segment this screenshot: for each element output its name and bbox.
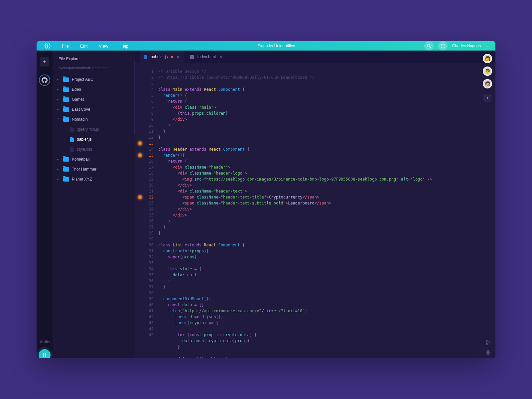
session-timer: 4h 38s [40,340,50,344]
file-icon [70,147,74,152]
file-item[interactable]: style.css [55,144,132,154]
explorer-title: File Explorer [53,51,135,65]
add-collaborator-button[interactable]: + [483,94,491,102]
svg-point-13 [489,341,490,342]
svg-point-6 [443,46,444,47]
editor-tabs: babeler.js ✕ Index.html ✕ [135,51,495,63]
new-workspace-button[interactable]: + [40,57,49,66]
item-more-button[interactable]: ⋮ [126,137,132,142]
folder-item[interactable]: ▸Nomadin [55,114,132,124]
tab-index[interactable]: Index.html ✕ [186,51,226,63]
github-source-button[interactable] [39,74,50,86]
user-name[interactable]: Charles Haggas [452,44,481,48]
titlebar: File Edit View Help Frapp by Unidentifie… [37,41,495,51]
tab-label: Index.html [197,55,215,59]
chevron-icon: ▸ [57,88,61,91]
file-icon [144,55,147,59]
folder-icon [63,177,69,182]
menu-view[interactable]: View [99,44,108,49]
menu-file[interactable]: File [62,44,69,49]
line-gutter: 1234567891011121314151617181920212223242… [144,68,158,358]
folder-item[interactable]: ▸Gamet [55,94,132,104]
item-label: Nomadin [72,117,132,122]
folder-icon [63,117,69,122]
item-label: babler.js [77,137,124,142]
chevron-icon: ▸ [57,158,61,161]
chevron-icon: ▸ [57,178,61,181]
chevron-icon: ▸ [57,168,61,171]
file-icon [70,127,74,132]
folder-item[interactable]: ▸East Cove [55,104,132,114]
svg-point-3 [443,44,444,45]
svg-point-4 [444,44,445,45]
breakpoint-column[interactable] [135,68,144,358]
file-icon [70,137,74,142]
svg-point-9 [443,47,444,48]
chevron-icon: ▸ [57,108,61,111]
editor: babeler.js ✕ Index.html ✕ 12345678910111… [135,51,495,358]
collaborator-avatar[interactable]: 👩 [483,54,492,63]
folder-icon [63,167,69,172]
pause-session-button[interactable] [39,349,51,358]
window-title: Frapp by Unidentified [128,44,424,48]
globe-icon[interactable] [485,350,491,355]
left-rail: + 4h 38s [37,51,53,358]
folder-icon [63,157,69,162]
editor-side-tools [485,340,491,355]
folder-icon [63,77,69,82]
item-label: Eden [72,87,132,92]
item-label: Gamet [72,97,132,102]
code-area[interactable]: 1234567891011121314151617181920212223242… [135,63,495,358]
app-window: File Edit View Help Frapp by Unidentifie… [37,41,495,358]
file-item[interactable]: jquery.min.js [55,124,132,134]
breakpoint-marker[interactable] [138,195,142,200]
tab-close-button[interactable]: ✕ [219,55,222,59]
chevron-icon: ▸ [57,78,61,81]
folder-icon [63,87,69,92]
collaborators: 👩 👨 🧑 + [483,54,492,102]
code-content[interactable]: /* Dribble Design */ /* https://dribbble… [158,68,495,358]
item-label: Thor Hammer [72,167,132,172]
svg-point-5 [441,46,442,47]
folder-icon [63,97,69,102]
titlebar-right: Charles Haggas ⌄ [424,41,488,51]
item-label: style.css [77,147,132,152]
body: + 4h 38s File Explorer /workspace/coder/… [37,51,495,358]
tab-label: babeler.js [151,55,168,59]
breakpoint-marker[interactable] [138,153,142,158]
svg-line-1 [430,47,431,48]
git-branch-icon[interactable] [485,340,491,345]
item-label: jquery.min.js [77,127,132,132]
dirty-indicator-icon [171,56,173,58]
file-icon [190,55,194,59]
chevron-icon: ▸ [57,98,61,101]
collaborator-avatar[interactable]: 👨 [483,66,492,76]
breakpoint-marker[interactable] [138,141,142,146]
folder-item[interactable]: ▸Thor Hammer [55,164,132,174]
file-item[interactable]: babler.js⋮ [55,134,132,144]
svg-point-2 [441,44,442,45]
folder-item[interactable]: ▸Project ABC [55,74,132,84]
folder-item[interactable]: ▸Planet XYZ [55,174,132,184]
folder-icon [63,107,69,112]
collaborator-avatar[interactable]: 🧑 [483,79,492,88]
item-label: Planet XYZ [72,177,132,182]
tab-babeler[interactable]: babeler.js ✕ [140,51,184,63]
folder-item[interactable]: ▸Eden [55,84,132,94]
menu-edit[interactable]: Edit [80,44,87,49]
svg-point-10 [444,47,445,48]
user-menu-chevron-icon[interactable]: ⌄ [485,44,488,48]
tab-close-button[interactable]: ✕ [176,55,180,59]
folder-item[interactable]: ▸Kometball [55,154,132,164]
search-button[interactable] [424,41,434,51]
svg-point-11 [486,340,487,341]
menu-help[interactable]: Help [119,44,128,49]
apps-grid-button[interactable] [438,41,448,51]
item-label: Project ABC [72,77,132,82]
item-label: Kometball [72,157,132,162]
menu-bar: File Edit View Help [62,44,128,49]
app-logo-icon [44,42,51,50]
svg-point-7 [444,46,445,47]
svg-point-0 [427,44,430,47]
workspace-path: /workspace/coder/frapp/master [53,65,135,74]
